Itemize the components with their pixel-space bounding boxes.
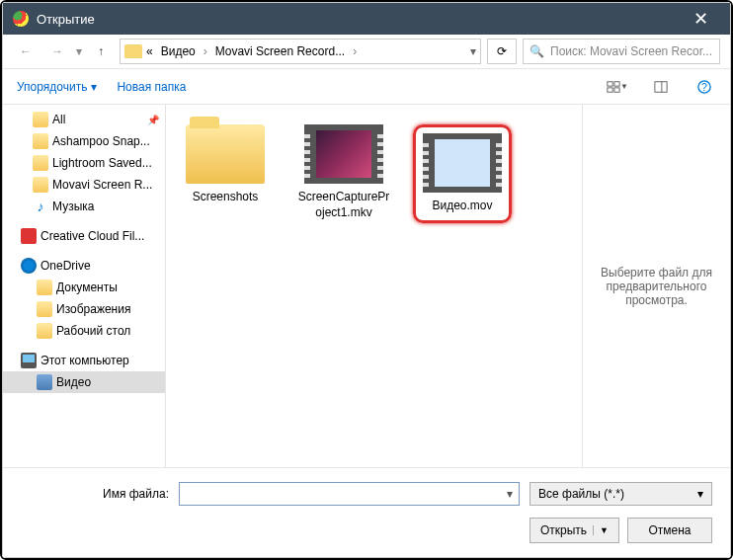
crumb-movavi[interactable]: Movavi Screen Record...: [211, 42, 349, 60]
sidebar[interactable]: All📌Ashampoo Snap...Lightroom Saved...Mo…: [3, 105, 166, 467]
folder-icon: [37, 301, 52, 317]
open-file-dialog: Открытие ✕ ← → ▾ ↑ « Видео › Movavi Scre…: [2, 2, 731, 558]
sidebar-item-label: Ashampoo Snap...: [52, 134, 150, 148]
chevron-right-icon: ›: [204, 44, 207, 58]
file-item[interactable]: Screenshots: [176, 124, 275, 205]
crumb-prefix: «: [146, 44, 153, 58]
help-button[interactable]: ?: [692, 75, 716, 99]
video-thumbnail: [423, 133, 502, 193]
sidebar-item[interactable]: All📌: [3, 109, 165, 130]
chevron-right-icon: ›: [353, 44, 357, 58]
preview-text: Выберите файл для предварительного просм…: [601, 266, 712, 307]
filetype-filter[interactable]: Все файлы (*.*) ▾: [529, 482, 712, 506]
svg-rect-1: [614, 81, 619, 85]
dialog-body: All📌Ashampoo Snap...Lightroom Saved...Mo…: [3, 105, 730, 467]
folder-icon: [37, 323, 52, 339]
up-button[interactable]: ↑: [88, 39, 114, 64]
file-item[interactable]: Видео.mov: [413, 124, 512, 223]
open-button[interactable]: Открыть ▼: [529, 518, 619, 543]
chevron-down-icon[interactable]: ▾: [76, 44, 82, 58]
folder-icon: [37, 280, 52, 295]
dialog-footer: Имя файла: ▾ Все файлы (*.*) ▾ Открыть ▼…: [3, 467, 730, 557]
refresh-icon: ⟳: [497, 44, 507, 58]
chevron-down-icon: ▾: [697, 487, 703, 501]
sidebar-item[interactable]: Lightroom Saved...: [3, 152, 165, 174]
cc-icon: [21, 228, 37, 244]
window-title: Открытие: [37, 12, 681, 27]
back-button[interactable]: ←: [13, 39, 39, 64]
chevron-down-icon[interactable]: ▾: [470, 44, 476, 58]
chevron-down-icon[interactable]: ▾: [507, 487, 513, 501]
folder-icon: [33, 112, 48, 127]
forward-button: →: [44, 39, 70, 64]
open-label: Открыть: [540, 523, 587, 537]
refresh-button[interactable]: ⟳: [487, 39, 517, 64]
sidebar-item-label: Creative Cloud Fil...: [41, 229, 144, 243]
sidebar-item[interactable]: Изображения: [3, 298, 165, 320]
music-icon: ♪: [33, 199, 48, 214]
organize-label: Упорядочить: [17, 80, 87, 94]
breadcrumb[interactable]: « Видео › Movavi Screen Record... › ▾: [120, 39, 481, 64]
filter-label: Все файлы (*.*): [538, 487, 624, 501]
sidebar-item-label: All: [52, 113, 65, 126]
svg-text:?: ?: [701, 80, 707, 92]
search-input[interactable]: 🔍 Поиск: Movavi Screen Recor...: [523, 39, 720, 64]
sidebar-item[interactable]: OneDrive: [3, 255, 165, 277]
chevron-down-icon: ▼: [620, 82, 628, 91]
svg-rect-0: [608, 81, 612, 85]
sidebar-item-label: Lightroom Saved...: [52, 156, 152, 170]
sidebar-item[interactable]: Видео: [3, 371, 165, 393]
folder-icon: [33, 133, 48, 149]
file-name: ScreenCapturePr oject1.mkv: [294, 190, 393, 220]
filename-label: Имя файла:: [21, 487, 169, 501]
video-thumbnail: [304, 124, 383, 184]
new-folder-label: Новая папка: [117, 80, 186, 94]
file-name: Screenshots: [176, 190, 275, 205]
cloud-icon: [21, 258, 37, 274]
video-icon: [37, 374, 52, 390]
sidebar-item[interactable]: Рабочий стол: [3, 320, 165, 342]
sidebar-item-label: Видео: [56, 375, 91, 389]
sidebar-item[interactable]: ♪Музыка: [3, 196, 165, 217]
sidebar-item[interactable]: Creative Cloud Fil...: [3, 225, 165, 247]
file-item[interactable]: ScreenCapturePr oject1.mkv: [294, 124, 393, 220]
cancel-button[interactable]: Отмена: [627, 518, 712, 543]
view-options-button[interactable]: ▼: [606, 75, 629, 99]
sidebar-item-label: Этот компьютер: [41, 354, 129, 367]
title-bar: Открытие ✕: [3, 3, 730, 35]
pin-icon: 📌: [147, 115, 159, 125]
svg-rect-3: [614, 87, 619, 91]
sidebar-item-label: Музыка: [52, 200, 94, 213]
chevron-down-icon[interactable]: ▼: [593, 525, 609, 535]
new-folder-button[interactable]: Новая папка: [117, 80, 186, 94]
sidebar-item[interactable]: Ashampoo Snap...: [3, 130, 165, 152]
sidebar-item[interactable]: Этот компьютер: [3, 350, 165, 371]
chevron-down-icon: ▾: [91, 80, 97, 94]
file-name: Видео.mov: [418, 199, 507, 214]
organize-button[interactable]: Упорядочить ▾: [17, 80, 97, 94]
address-bar: ← → ▾ ↑ « Видео › Movavi Screen Record..…: [3, 35, 730, 69]
search-icon: 🔍: [529, 44, 544, 58]
folder-thumbnail: [186, 124, 265, 184]
pc-icon: [21, 353, 37, 368]
cancel-label: Отмена: [648, 523, 691, 537]
svg-rect-2: [608, 87, 612, 91]
sidebar-item-label: Изображения: [56, 302, 130, 316]
sidebar-item[interactable]: Документы: [3, 277, 165, 298]
preview-pane-button[interactable]: [649, 75, 673, 99]
folder-icon: [124, 44, 142, 58]
chrome-icon: [13, 11, 29, 27]
folder-icon: [33, 155, 48, 171]
sidebar-item-label: Movavi Screen R...: [52, 178, 152, 192]
sidebar-item[interactable]: Movavi Screen R...: [3, 174, 165, 196]
toolbar: Упорядочить ▾ Новая папка ▼ ?: [3, 69, 730, 105]
close-button[interactable]: ✕: [681, 8, 720, 30]
file-list[interactable]: ScreenshotsScreenCapturePr oject1.mkvВид…: [166, 105, 582, 467]
filename-input[interactable]: ▾: [179, 482, 520, 506]
crumb-video[interactable]: Видео: [157, 42, 200, 60]
svg-rect-4: [655, 81, 667, 92]
sidebar-item-label: Документы: [56, 280, 118, 294]
search-placeholder: Поиск: Movavi Screen Recor...: [550, 44, 712, 58]
preview-pane: Выберите файл для предварительного просм…: [582, 105, 730, 467]
sidebar-item-label: OneDrive: [41, 259, 91, 273]
